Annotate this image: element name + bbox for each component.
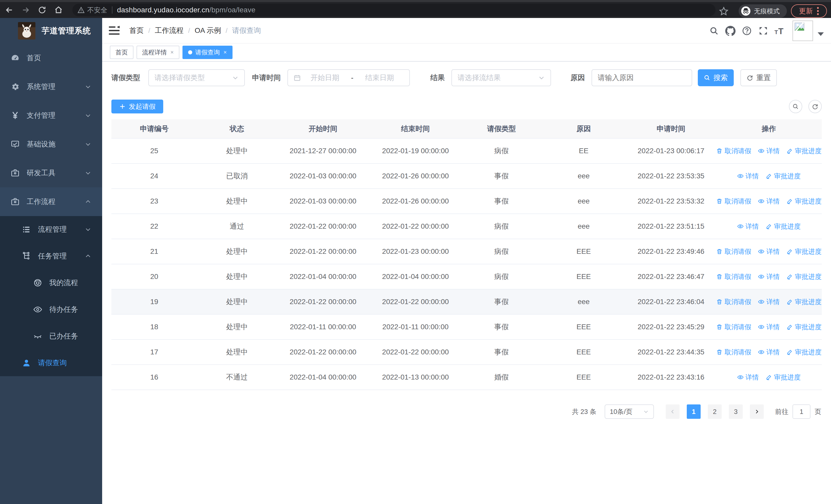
help-icon[interactable] bbox=[739, 23, 755, 39]
sidebar-item-label: 我的流程 bbox=[49, 278, 78, 288]
sidebar-item-process-management[interactable]: 流程管理 bbox=[0, 216, 102, 243]
prev-page-button[interactable] bbox=[666, 405, 680, 419]
tab-close-icon[interactable]: × bbox=[224, 49, 227, 56]
eye-small-icon bbox=[737, 374, 744, 381]
progress-action-link[interactable]: 审批进度 bbox=[766, 172, 801, 181]
cell-type: 病假 bbox=[462, 264, 541, 289]
browser-reload-icon[interactable] bbox=[35, 3, 49, 17]
leave-type-select[interactable]: 请选择请假类型 bbox=[148, 69, 245, 86]
table-refresh-button[interactable] bbox=[808, 100, 822, 113]
kebab-menu-icon[interactable] bbox=[817, 7, 819, 16]
cancel-action-link[interactable]: 取消请假 bbox=[716, 147, 751, 155]
sidebar-item-home[interactable]: 首页 bbox=[0, 43, 102, 72]
cell-reason: EEE bbox=[541, 339, 626, 365]
detail-action-link[interactable]: 详情 bbox=[758, 323, 780, 331]
url-bar[interactable]: 不安全 dashboard.yudao.iocoder.cn/bpm/oa/le… bbox=[73, 4, 716, 16]
sidebar-item-system-management[interactable]: 系统管理 bbox=[0, 72, 102, 101]
fullscreen-icon[interactable] bbox=[755, 23, 771, 39]
column-header: 原因 bbox=[541, 119, 626, 138]
table-search-toggle-button[interactable] bbox=[789, 100, 802, 113]
tab-label: 请假查询 bbox=[195, 48, 220, 56]
font-size-icon[interactable]: TT bbox=[771, 23, 788, 39]
detail-action-link[interactable]: 详情 bbox=[758, 272, 780, 281]
tab-process-detail[interactable]: 流程详情× bbox=[137, 46, 179, 59]
action-label: 详情 bbox=[746, 373, 759, 382]
detail-action-link[interactable]: 详情 bbox=[737, 222, 759, 231]
page-button-1[interactable]: 1 bbox=[687, 405, 700, 419]
sidebar-item-todo-tasks[interactable]: 待办任务 bbox=[0, 296, 102, 323]
progress-action-link[interactable]: 审批进度 bbox=[786, 348, 822, 357]
next-page-button[interactable] bbox=[750, 405, 764, 419]
pager: 123 bbox=[666, 405, 764, 419]
cell-status: 处理中 bbox=[197, 289, 277, 314]
create-leave-button[interactable]: 发起请假 bbox=[111, 99, 163, 113]
detail-action-link[interactable]: 详情 bbox=[758, 348, 780, 357]
cell-end: 2022-01-23 00:00:00 bbox=[369, 239, 462, 264]
detail-action-link[interactable]: 详情 bbox=[758, 297, 780, 306]
cancel-action-link[interactable]: 取消请假 bbox=[716, 297, 751, 306]
progress-action-link[interactable]: 审批进度 bbox=[766, 373, 801, 382]
page-button-2[interactable]: 2 bbox=[708, 405, 722, 419]
eye-small-icon bbox=[758, 298, 765, 305]
active-tab-dot bbox=[188, 50, 192, 54]
detail-action-link[interactable]: 详情 bbox=[758, 247, 780, 256]
github-icon[interactable] bbox=[722, 23, 739, 39]
sidebar-item-workflow[interactable]: 工作流程 bbox=[0, 187, 102, 216]
cell-actions: 详情审批进度 bbox=[716, 164, 822, 188]
apply-time-range-picker[interactable]: 开始日期 - 结束日期 bbox=[287, 69, 410, 86]
reason-input[interactable] bbox=[592, 69, 692, 86]
cancel-action-link[interactable]: 取消请假 bbox=[716, 348, 751, 357]
reset-button[interactable]: 重置 bbox=[740, 69, 777, 86]
tab-leave-query[interactable]: 请假查询× bbox=[182, 46, 232, 59]
search-icon[interactable] bbox=[706, 23, 722, 39]
app-logo[interactable]: 芋道管理系统 bbox=[0, 18, 102, 43]
search-button[interactable]: 搜索 bbox=[698, 69, 734, 86]
sidebar-item-my-process[interactable]: 我的流程 bbox=[0, 269, 102, 296]
sidebar-item-done-tasks[interactable]: 已办任务 bbox=[0, 323, 102, 350]
pagination-total: 共 23 条 bbox=[572, 407, 596, 416]
detail-action-link[interactable]: 详情 bbox=[758, 147, 780, 155]
browser-update-button[interactable]: 更新 bbox=[791, 4, 827, 18]
progress-action-link[interactable]: 审批进度 bbox=[786, 272, 822, 281]
goto-page-input[interactable] bbox=[793, 405, 810, 419]
sidebar-collapse-icon[interactable] bbox=[108, 25, 121, 36]
chevron-down-icon bbox=[85, 141, 91, 148]
cancel-action-link[interactable]: 取消请假 bbox=[716, 197, 751, 206]
progress-action-link[interactable]: 审批进度 bbox=[786, 323, 822, 331]
user-avatar[interactable] bbox=[793, 21, 813, 41]
tab-close-icon[interactable]: × bbox=[170, 49, 174, 56]
sidebar-item-dev-tools[interactable]: 研发工具 bbox=[0, 158, 102, 187]
progress-action-link[interactable]: 审批进度 bbox=[786, 247, 822, 256]
progress-action-link[interactable]: 审批进度 bbox=[786, 147, 822, 155]
page-size-select[interactable]: 10条/页 bbox=[605, 405, 654, 419]
detail-action-link[interactable]: 详情 bbox=[758, 197, 780, 206]
breadcrumb-item-oa-example[interactable]: OA 示例 bbox=[195, 26, 221, 35]
detail-action-link[interactable]: 详情 bbox=[737, 172, 759, 181]
browser-back-icon[interactable] bbox=[2, 3, 17, 17]
column-header: 结束时间 bbox=[369, 119, 462, 138]
cancel-action-link[interactable]: 取消请假 bbox=[716, 272, 751, 281]
sidebar-item-task-management[interactable]: 任务管理 bbox=[0, 243, 102, 269]
tab-home[interactable]: 首页 bbox=[110, 46, 134, 59]
sidebar-item-label: 流程管理 bbox=[38, 225, 67, 234]
eye-small-icon bbox=[758, 198, 765, 205]
breadcrumb-item-workflow[interactable]: 工作流程 bbox=[155, 26, 183, 35]
cancel-action-link[interactable]: 取消请假 bbox=[716, 323, 751, 331]
bookmark-star-icon[interactable] bbox=[719, 6, 729, 17]
browser-forward-icon[interactable] bbox=[19, 3, 33, 17]
progress-action-link[interactable]: 审批进度 bbox=[786, 197, 822, 206]
cell-reason: eee bbox=[541, 289, 626, 314]
breadcrumb-item-home[interactable]: 首页 bbox=[130, 26, 144, 35]
page-button-3[interactable]: 3 bbox=[729, 405, 743, 419]
detail-action-link[interactable]: 详情 bbox=[737, 373, 759, 382]
sidebar-item-payment-management[interactable]: 支付管理 bbox=[0, 101, 102, 130]
progress-action-link[interactable]: 审批进度 bbox=[786, 297, 822, 306]
avatar-caret-icon[interactable] bbox=[818, 32, 824, 36]
cell-actions: 详情审批进度 bbox=[716, 365, 822, 390]
progress-action-link[interactable]: 审批进度 bbox=[766, 222, 801, 231]
sidebar-item-leave-query[interactable]: 请假查询 bbox=[0, 350, 102, 376]
result-select[interactable]: 请选择流结果 bbox=[452, 69, 551, 86]
sidebar-item-infrastructure[interactable]: 基础设施 bbox=[0, 130, 102, 158]
cancel-action-link[interactable]: 取消请假 bbox=[716, 247, 751, 256]
browser-home-icon[interactable] bbox=[51, 3, 66, 17]
